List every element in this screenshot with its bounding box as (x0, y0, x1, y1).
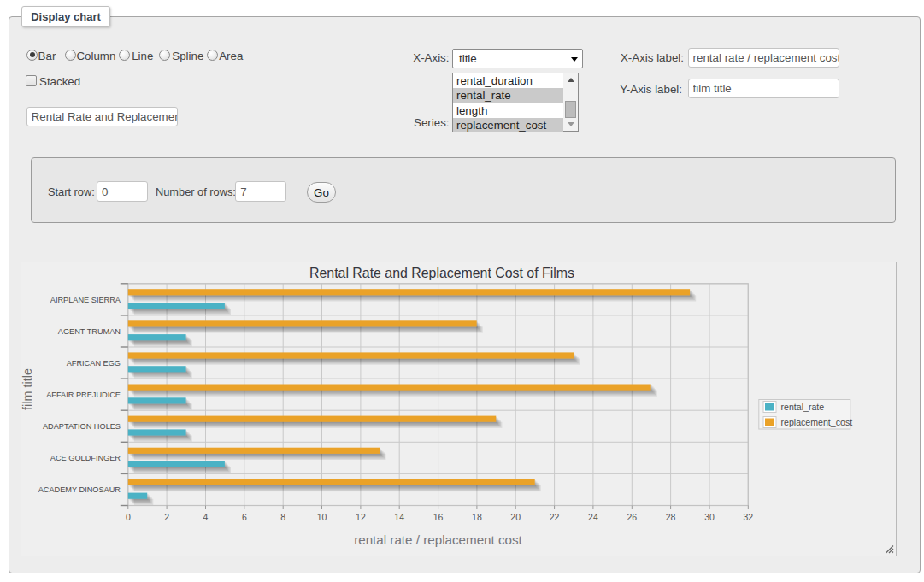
svg-text:6: 6 (242, 512, 247, 522)
svg-text:22: 22 (550, 512, 560, 522)
svg-text:rental rate / replacement cost: rental rate / replacement cost (354, 532, 522, 547)
svg-text:32: 32 (743, 512, 753, 522)
svg-text:ACADEMY DINOSAUR: ACADEMY DINOSAUR (38, 485, 121, 494)
svg-text:AFFAIR PREJUDICE: AFFAIR PREJUDICE (46, 390, 121, 398)
svg-text:28: 28 (666, 512, 676, 522)
svg-text:30: 30 (704, 512, 715, 522)
svg-text:AFRICAN EGG: AFRICAN EGG (67, 358, 121, 367)
svg-text:26: 26 (627, 512, 637, 522)
svg-text:4: 4 (203, 512, 209, 522)
svg-text:10: 10 (317, 512, 327, 522)
svg-text:replacement_cost: replacement_cost (781, 417, 853, 427)
svg-text:2: 2 (164, 512, 169, 522)
svg-text:14: 14 (394, 512, 404, 522)
svg-text:ADAPTATION HOLES: ADAPTATION HOLES (43, 422, 121, 431)
svg-text:rental_rate: rental_rate (781, 402, 825, 412)
svg-text:film title: film title (21, 368, 34, 410)
svg-text:AIRPLANE SIERRA: AIRPLANE SIERRA (50, 295, 121, 303)
svg-text:ACE GOLDFINGER: ACE GOLDFINGER (50, 454, 121, 462)
svg-text:20: 20 (510, 512, 521, 522)
svg-text:Rental Rate and Replacement Co: Rental Rate and Replacement Cost of Film… (309, 265, 574, 279)
svg-text:0: 0 (126, 512, 131, 522)
svg-text:24: 24 (588, 512, 598, 522)
svg-text:12: 12 (356, 512, 366, 522)
svg-text:8: 8 (280, 512, 285, 522)
svg-text:18: 18 (472, 512, 482, 522)
svg-text:AGENT TRUMAN: AGENT TRUMAN (58, 326, 121, 335)
svg-text:16: 16 (433, 512, 444, 522)
